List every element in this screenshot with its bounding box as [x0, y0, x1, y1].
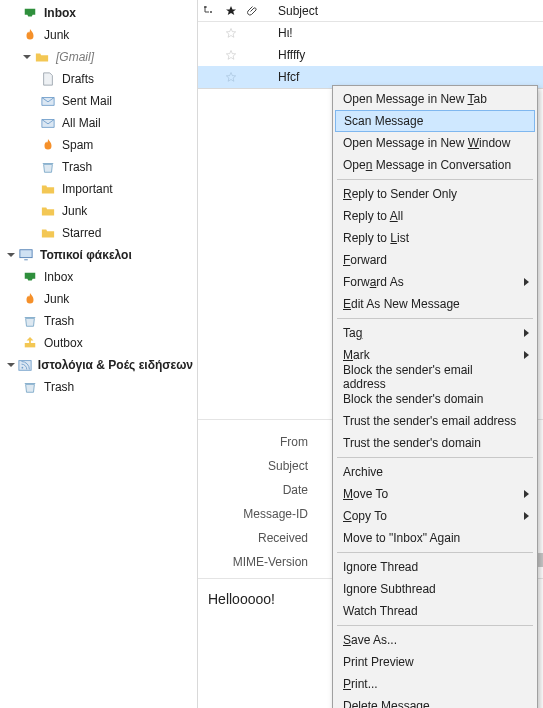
thread-column-icon[interactable]: [198, 5, 220, 17]
sidebar-item-allmail[interactable]: All Mail: [0, 112, 197, 134]
folder-label: [Gmail]: [56, 50, 94, 64]
sidebar-item-local-inbox[interactable]: Inbox: [0, 266, 197, 288]
chevron-right-icon: [524, 329, 529, 337]
folder-label: Outbox: [44, 336, 83, 350]
ctx-tag[interactable]: Tag: [335, 322, 535, 344]
separator: [337, 625, 533, 626]
ctx-block-address[interactable]: Block the sender's email address: [335, 366, 535, 388]
ctx-archive[interactable]: Archive: [335, 461, 535, 483]
body-text: Hellooooo!: [208, 591, 275, 607]
paper-icon: [40, 71, 56, 87]
inbox-icon: [22, 5, 38, 21]
message-subject: Hι!: [264, 26, 543, 40]
section-feeds[interactable]: Ιστολόγια & Ροές ειδήσεων: [0, 354, 197, 376]
folder-label: Inbox: [44, 6, 76, 20]
ctx-open-tab[interactable]: Open Message in New Tab: [335, 88, 535, 110]
attachment-column-icon[interactable]: [242, 5, 264, 17]
rss-icon: [17, 357, 32, 373]
sidebar-item-local-trash[interactable]: Trash: [0, 310, 197, 332]
sidebar-item-drafts[interactable]: Drafts: [0, 68, 197, 90]
ctx-move-again[interactable]: Move to "Inbox" Again: [335, 527, 535, 549]
sidebar-item-junk[interactable]: Junk: [0, 24, 197, 46]
separator: [337, 552, 533, 553]
message-subject: Hfcf: [264, 70, 543, 84]
sidebar-item-gmail[interactable]: [Gmail]: [0, 46, 197, 68]
inbox-icon: [22, 269, 38, 285]
separator: [337, 318, 533, 319]
ctx-reply-all[interactable]: Reply to All: [335, 205, 535, 227]
message-row[interactable]: Hι!: [198, 22, 543, 44]
folder-label: Sent Mail: [62, 94, 112, 108]
ctx-move-to[interactable]: Move To: [335, 483, 535, 505]
message-list[interactable]: Subject Hι! Hffffy: [198, 0, 543, 89]
ctx-reply-sender[interactable]: Reply to Sender Only: [335, 183, 535, 205]
star-toggle[interactable]: [220, 27, 242, 39]
star-column-icon[interactable]: [220, 5, 242, 17]
folder-label: Trash: [62, 160, 92, 174]
ctx-print[interactable]: Print...: [335, 673, 535, 695]
ctx-scan-message[interactable]: Scan Message: [335, 110, 535, 132]
message-row[interactable]: Hffffy: [198, 44, 543, 66]
twisty-down-icon[interactable]: [6, 250, 16, 260]
hdr-mime-label: MIME-Version: [206, 555, 314, 569]
monitor-icon: [18, 247, 34, 263]
folder-label: Important: [62, 182, 113, 196]
hdr-received-label: Received: [206, 531, 314, 545]
sidebar-item-local-junk[interactable]: Junk: [0, 288, 197, 310]
twisty-down-icon[interactable]: [22, 52, 32, 62]
section-label: Τοπικοί φάκελοι: [40, 248, 132, 262]
separator: [337, 457, 533, 458]
ctx-print-preview[interactable]: Print Preview: [335, 651, 535, 673]
star-toggle[interactable]: [220, 71, 242, 83]
ctx-open-conversation[interactable]: Open Message in Conversation: [335, 154, 535, 176]
subject-column-header[interactable]: Subject: [264, 4, 543, 18]
sidebar-item-important[interactable]: Important: [0, 178, 197, 200]
context-menu[interactable]: Open Message in New Tab Scan Message Ope…: [332, 85, 538, 708]
sidebar-item-inbox[interactable]: Inbox: [0, 2, 197, 24]
sidebar-item-local-outbox[interactable]: Outbox: [0, 332, 197, 354]
ctx-ignore-subthread[interactable]: Ignore Subthread: [335, 578, 535, 600]
ctx-save-as[interactable]: Save As...: [335, 629, 535, 651]
ctx-trust-domain[interactable]: Trust the sender's domain: [335, 432, 535, 454]
ctx-open-window[interactable]: Open Message in New Window: [335, 132, 535, 154]
svg-rect-0: [20, 250, 32, 258]
folder-tree[interactable]: Inbox Junk [Gmail] Drafts: [0, 0, 198, 708]
separator: [337, 179, 533, 180]
sidebar-item-spam[interactable]: Spam: [0, 134, 197, 156]
ctx-forward[interactable]: Forward: [335, 249, 535, 271]
ctx-copy-to[interactable]: Copy To: [335, 505, 535, 527]
sidebar-item-starred[interactable]: Starred: [0, 222, 197, 244]
ctx-delete-message[interactable]: Delete Message: [335, 695, 535, 708]
folder-label: Drafts: [62, 72, 94, 86]
folder-icon: [40, 203, 56, 219]
folder-label: Trash: [44, 380, 74, 394]
sidebar-item-sentmail[interactable]: Sent Mail: [0, 90, 197, 112]
message-list-header[interactable]: Subject: [198, 0, 543, 22]
folder-label: Junk: [44, 28, 69, 42]
star-toggle[interactable]: [220, 49, 242, 61]
ctx-trust-address[interactable]: Trust the sender's email address: [335, 410, 535, 432]
ctx-ignore-thread[interactable]: Ignore Thread: [335, 556, 535, 578]
trash-icon: [22, 379, 38, 395]
folder-label: All Mail: [62, 116, 101, 130]
chevron-right-icon: [524, 351, 529, 359]
sidebar-item-junk2[interactable]: Junk: [0, 200, 197, 222]
folder-label: Trash: [44, 314, 74, 328]
chevron-right-icon: [524, 278, 529, 286]
ctx-block-domain[interactable]: Block the sender's domain: [335, 388, 535, 410]
folder-label: Spam: [62, 138, 93, 152]
mail-icon: [40, 93, 56, 109]
sidebar-item-trash-gmail[interactable]: Trash: [0, 156, 197, 178]
folder-icon: [34, 49, 50, 65]
ctx-watch-thread[interactable]: Watch Thread: [335, 600, 535, 622]
svg-point-4: [204, 6, 206, 8]
sidebar-item-feeds-trash[interactable]: Trash: [0, 376, 197, 398]
ctx-edit-as-new[interactable]: Edit As New Message: [335, 293, 535, 315]
svg-point-2: [21, 367, 23, 369]
trash-icon: [40, 159, 56, 175]
ctx-reply-list[interactable]: Reply to List: [335, 227, 535, 249]
ctx-forward-as[interactable]: Forward As: [335, 271, 535, 293]
section-local-folders[interactable]: Τοπικοί φάκελοι: [0, 244, 197, 266]
twisty-down-icon[interactable]: [6, 360, 15, 370]
svg-point-3: [210, 11, 212, 13]
